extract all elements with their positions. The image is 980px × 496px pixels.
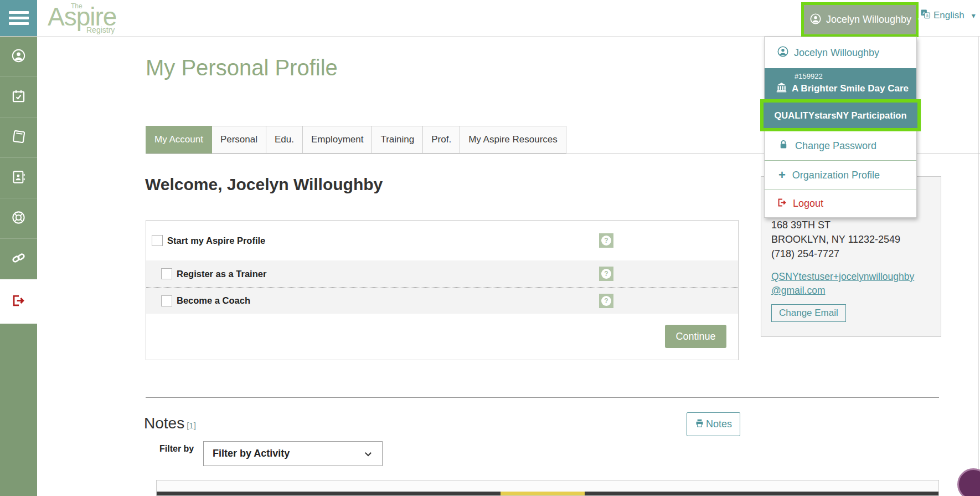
print-notes-button[interactable]: Notes xyxy=(687,412,740,436)
organization-name: A Brighter Smile Day Care xyxy=(792,83,909,94)
user-button-label: Jocelyn Willoughby xyxy=(826,14,911,25)
sidebar-item-profile[interactable] xyxy=(0,37,37,77)
menu-item-qualitystarsny-participation[interactable]: QUALITYstarsNY Participation xyxy=(764,103,917,128)
calendar-check-icon xyxy=(11,89,26,106)
lock-icon xyxy=(778,140,788,152)
page-right-border xyxy=(978,37,979,496)
change-email-button[interactable]: Change Email xyxy=(771,304,846,322)
person-circle-icon xyxy=(11,48,26,65)
svg-text:a: a xyxy=(926,13,929,18)
become-coach-checkbox[interactable] xyxy=(161,295,172,306)
feedback-widget-button[interactable] xyxy=(957,468,980,496)
continue-button[interactable]: Continue xyxy=(665,325,726,348)
menu-profile-name-label: Jocelyn Willoughby xyxy=(794,47,879,59)
participation-label: QUALITYstarsNY Participation xyxy=(774,110,906,121)
welcome-heading: Welcome, Jocelyn Willoughby xyxy=(145,175,383,194)
tab-edu[interactable]: Edu. xyxy=(266,126,303,154)
print-notes-label: Notes xyxy=(706,418,732,430)
hamburger-menu-button[interactable] xyxy=(0,0,37,36)
help-icon[interactable]: ? xyxy=(599,233,613,248)
phone-number: (718) 254-7727 xyxy=(771,247,941,261)
help-icon[interactable]: ? xyxy=(599,294,613,308)
address-line-2: BROOKLYN, NY 11232-2549 xyxy=(771,232,941,247)
notes-heading: Notes[1] xyxy=(144,415,196,432)
address-line-1: 168 39TH ST xyxy=(771,218,941,232)
option-row-start-profile: Start my Aspire Profile ? xyxy=(146,221,738,260)
logout-label: Logout xyxy=(793,198,823,209)
language-label: English xyxy=(933,10,964,21)
header-bar: The Aspire Registry Jocelyn Willoughby ▾… xyxy=(0,0,980,37)
notes-table-yellow-highlight xyxy=(501,492,585,496)
sign-out-icon xyxy=(777,197,787,211)
tab-my-account[interactable]: My Account xyxy=(146,126,212,154)
menu-item-logout[interactable]: Logout xyxy=(765,190,916,217)
logo-registry: Registry xyxy=(86,25,115,34)
sidebar-item-education[interactable] xyxy=(0,117,37,158)
menu-item-profile-name[interactable]: Jocelyn Willoughby xyxy=(765,37,916,68)
user-dropdown-menu: Jocelyn Willoughby #159922 A Brighter Sm… xyxy=(764,37,917,218)
tab-my-aspire-resources[interactable]: My Aspire Resources xyxy=(460,126,566,154)
option-label: Start my Aspire Profile xyxy=(167,236,265,246)
section-divider xyxy=(146,397,939,398)
email-link[interactable]: QSNYtestuser+jocelynwilloughby @gmail.co… xyxy=(771,270,941,298)
address-book-icon xyxy=(11,170,26,187)
sidebar-item-help[interactable] xyxy=(0,198,37,239)
sidebar-item-contacts[interactable] xyxy=(0,158,37,198)
change-password-label: Change Password xyxy=(795,140,876,152)
option-row-become-coach: Become a Coach ? xyxy=(146,287,738,314)
aspire-registry-logo[interactable]: The Aspire Registry xyxy=(48,1,131,36)
chevron-down-icon xyxy=(363,449,373,459)
menu-item-change-password[interactable]: Change Password xyxy=(765,131,916,160)
organization-profile-label: Organization Profile xyxy=(792,170,880,181)
account-options-card: Start my Aspire Profile ? Register as a … xyxy=(146,220,739,360)
user-circle-icon xyxy=(809,13,822,27)
filter-by-label: Filter by xyxy=(159,444,194,454)
tab-employment[interactable]: Employment xyxy=(303,126,372,154)
organization-number: #159922 xyxy=(795,72,823,80)
chevron-down-icon: ▾ xyxy=(972,11,976,20)
option-label: Register as a Trainer xyxy=(177,269,266,279)
tab-prof[interactable]: Prof. xyxy=(423,126,460,154)
notes-count-badge: [1] xyxy=(187,421,196,430)
notes-table-container xyxy=(156,480,939,496)
bank-icon xyxy=(776,81,787,96)
sign-out-icon xyxy=(11,293,26,310)
translate-icon: A a xyxy=(920,9,931,22)
annotation-highlight-box: QUALITYstarsNY Participation xyxy=(760,99,921,131)
printer-icon xyxy=(695,418,704,431)
help-icon[interactable]: ? xyxy=(599,267,613,281)
plus-icon: + xyxy=(778,169,786,181)
notes-filter-select[interactable]: Filter by Activity xyxy=(203,441,383,466)
user-circle-icon xyxy=(777,45,789,60)
life-ring-icon xyxy=(11,210,26,227)
user-menu-button[interactable]: Jocelyn Willoughby ▾ xyxy=(801,2,919,37)
book-icon xyxy=(11,129,26,146)
sidebar-item-events[interactable] xyxy=(0,77,37,117)
start-profile-checkbox[interactable] xyxy=(152,235,163,246)
language-selector[interactable]: A a English ▾ xyxy=(920,9,976,22)
option-row-register-trainer: Register as a Trainer ? xyxy=(146,260,738,287)
menu-item-organization[interactable]: #159922 A Brighter Smile Day Care xyxy=(765,68,916,99)
tab-personal[interactable]: Personal xyxy=(212,126,266,154)
tab-training[interactable]: Training xyxy=(372,126,423,154)
sidebar-item-logout[interactable] xyxy=(0,279,37,324)
option-label: Become a Coach xyxy=(177,295,250,306)
menu-item-organization-profile[interactable]: + Organization Profile xyxy=(765,161,916,190)
filter-selected-value: Filter by Activity xyxy=(213,448,290,459)
page-title: My Personal Profile xyxy=(146,55,338,80)
link-icon xyxy=(11,250,26,268)
sidebar-nav xyxy=(0,37,37,496)
sidebar-item-links[interactable] xyxy=(0,239,37,279)
register-trainer-checkbox[interactable] xyxy=(161,268,172,279)
